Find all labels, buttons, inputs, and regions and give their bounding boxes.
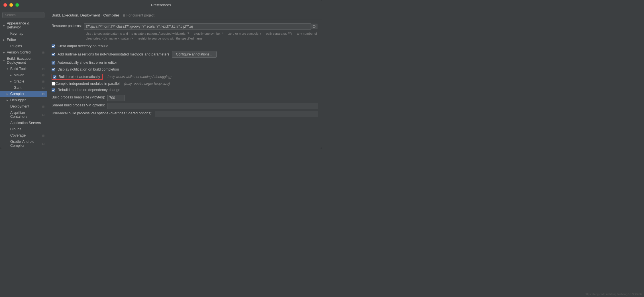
sidebar-item-deployment[interactable]: Deployment ⊟ (0, 103, 47, 110)
arrow-empty-icon (6, 142, 9, 145)
sidebar-item-editor[interactable]: Editor (0, 37, 47, 43)
sidebar-item-version-control[interactable]: Version Control ⊟ (0, 49, 47, 55)
breadcrumb-current: Compiler (103, 13, 119, 17)
window-title: Preferences (151, 3, 171, 7)
ext-icon: ⊟ (42, 67, 44, 71)
rebuild-module-checkbox[interactable] (52, 88, 55, 92)
heap-size-row: Build process heap size (Mbytes): (52, 95, 317, 101)
ext-icon: ⊟ (42, 51, 44, 54)
arrow-right-icon (9, 80, 13, 83)
resource-patterns-row: Resource patterns: ⬡ (52, 23, 317, 30)
ext-icon: ⊟ (42, 113, 44, 116)
display-notification-row: Display notification on build completion (52, 67, 317, 72)
project-label: ⊟ For current project (123, 13, 154, 17)
shared-vm-row: Shared build process VM options: (52, 103, 317, 109)
sidebar-item-label: Arquillian Containers (10, 111, 42, 119)
sidebar-item-label: Version Control (7, 50, 31, 54)
sidebar-item-keymap[interactable]: Keymap (0, 30, 47, 37)
sidebar: Appearance & Behavior Keymap Editor Plug… (0, 10, 47, 148)
sidebar-item-maven[interactable]: Maven ⊟ (0, 72, 47, 78)
user-vm-row: User-local build process VM options (ove… (52, 111, 317, 117)
shared-vm-label: Shared build process VM options: (52, 103, 105, 107)
resource-expand-button[interactable]: ⬡ (311, 24, 317, 29)
ext-icon: ⊟ (42, 80, 44, 83)
resource-input[interactable] (84, 23, 311, 30)
sidebar-item-app-servers[interactable]: Application Servers (0, 120, 47, 126)
ext-icon: ⊟ (42, 134, 44, 137)
traffic-lights (3, 3, 19, 7)
add-runtime-label: Add runtime assertions for not-null-anno… (58, 52, 170, 56)
arrow-empty-icon (9, 86, 13, 89)
shared-vm-input[interactable] (107, 103, 317, 109)
sidebar-item-compiler[interactable]: Compiler ⊟ (0, 91, 47, 97)
rebuild-module-label: Rebuild module on dependency change (58, 88, 120, 92)
ext-icon: ⊟ (42, 92, 44, 96)
user-vm-input[interactable] (155, 111, 317, 117)
sidebar-item-label: Gant (14, 86, 21, 90)
heap-size-input[interactable] (107, 95, 125, 101)
breadcrumb-parent: Build, Execution, Deployment (52, 13, 100, 17)
panel-header: Build, Execution, Deployment › Compiler … (47, 10, 322, 20)
sidebar-item-gradle[interactable]: Gradle ⊟ (0, 78, 47, 84)
sidebar-item-label: Plugins (10, 44, 22, 48)
add-runtime-checkbox[interactable] (52, 53, 55, 56)
sidebar-item-plugins[interactable]: Plugins (0, 43, 47, 49)
clear-output-label: Clear output directory on rebuild (58, 44, 108, 48)
add-runtime-row: Add runtime assertions for not-null-anno… (52, 50, 317, 58)
arrow-empty-icon (6, 32, 9, 35)
sidebar-item-build-exec-deploy[interactable]: Build, Execution, Deployment (0, 55, 47, 66)
arrow-empty-icon (6, 127, 9, 131)
arrow-empty-icon (6, 121, 9, 125)
sidebar-item-label: Gradle-Android Compiler (10, 140, 42, 148)
panel-body: Resource patterns: ⬡ Use ; to separate p… (47, 20, 322, 148)
resource-label: Resource patterns: (52, 23, 82, 28)
arrow-empty-icon (6, 105, 9, 108)
breadcrumb: Build, Execution, Deployment › Compiler … (52, 13, 317, 17)
sidebar-item-debugger[interactable]: Debugger (0, 97, 47, 103)
sidebar-item-gant[interactable]: Gant ⊟ (0, 84, 47, 91)
maximize-button[interactable] (15, 3, 19, 7)
sidebar-item-appearance[interactable]: Appearance & Behavior (0, 20, 47, 30)
build-auto-box: Build project automatically (52, 74, 103, 80)
right-panel: Build, Execution, Deployment › Compiler … (47, 10, 322, 148)
build-auto-checkbox[interactable] (53, 75, 56, 79)
clear-output-row: Clear output directory on rebuild (52, 44, 317, 49)
sidebar-item-label: Deployment (10, 104, 29, 108)
sidebar-item-clouds[interactable]: Clouds (0, 126, 47, 132)
sidebar-item-label: Debugger (10, 98, 26, 102)
display-notification-checkbox[interactable] (52, 68, 55, 71)
search-input[interactable] (2, 12, 44, 18)
sidebar-item-label: Compiler (10, 92, 25, 96)
ext-icon: ⊟ (42, 105, 44, 108)
sidebar-item-label: Editor (7, 38, 16, 42)
sidebar-item-build-tools[interactable]: Build Tools ⊟ (0, 66, 47, 72)
sidebar-item-coverage[interactable]: Coverage ⊟ (0, 132, 47, 139)
minimize-button[interactable] (9, 3, 13, 7)
sidebar-item-label: Build Tools (10, 67, 27, 71)
auto-show-error-row: Automatically show first error in editor (52, 60, 317, 65)
arrow-right-icon (6, 98, 9, 102)
compile-parallel-row: Compile independent modules in parallel … (52, 82, 317, 86)
sidebar-items: Appearance & Behavior Keymap Editor Plug… (0, 20, 47, 148)
sidebar-item-arquillian[interactable]: Arquillian Containers ⊟ (0, 110, 47, 120)
clear-output-checkbox[interactable] (52, 44, 55, 48)
build-auto-row: Build project automatically (only works … (52, 74, 317, 80)
sidebar-item-label: Maven (14, 73, 25, 77)
close-button[interactable] (3, 3, 7, 7)
auto-show-error-checkbox[interactable] (52, 61, 55, 65)
compile-parallel-sidenote: (may require larger heap size) (124, 82, 170, 86)
ext-icon: ⊟ (42, 142, 44, 145)
sidebar-item-label: Coverage (10, 133, 26, 137)
auto-show-error-label: Automatically show first error in editor (58, 61, 117, 65)
sidebar-item-label: Keymap (10, 32, 23, 36)
sidebar-item-gradle-android[interactable]: Gradle-Android Compiler ⊟ (0, 139, 47, 148)
sidebar-item-label: Appearance & Behavior (7, 21, 44, 29)
compile-parallel-checkbox[interactable] (52, 82, 55, 86)
resource-input-wrap: ⬡ (84, 23, 317, 30)
arrow-right-icon (9, 73, 13, 77)
arrow-empty-icon (6, 44, 9, 48)
configure-annotations-button[interactable]: Configure annotations... (172, 51, 217, 58)
sidebar-item-label: Gradle (14, 79, 25, 83)
build-auto-sidenote: (only works while not running / debuggin… (107, 75, 172, 79)
sidebar-item-label: Clouds (10, 127, 21, 131)
